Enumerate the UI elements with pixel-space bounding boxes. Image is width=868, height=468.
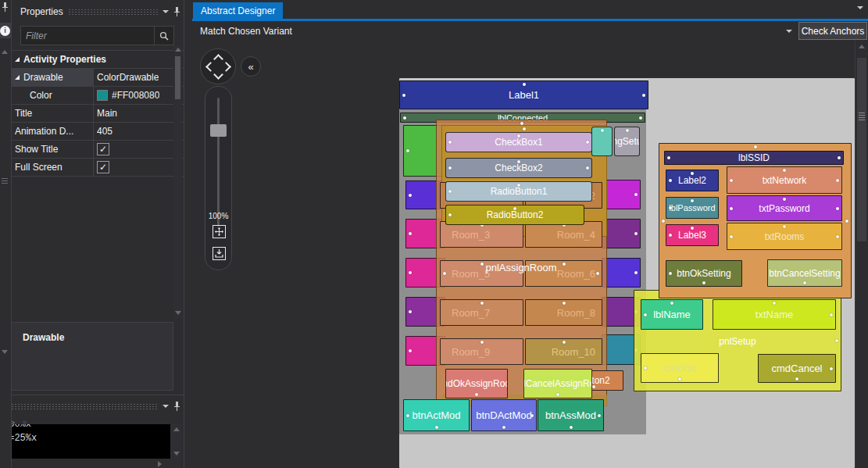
property-label: Full Screen (15, 162, 63, 173)
property-row-full-screen[interactable]: Full Screen✓ (11, 159, 184, 177)
output-titlebar[interactable] (0, 398, 184, 415)
pan-up-icon[interactable] (213, 54, 223, 64)
property-value[interactable]: 405 (97, 126, 113, 137)
property-value[interactable]: ColorDrawable (97, 72, 159, 83)
checkbox[interactable]: ✓ (97, 161, 109, 173)
property-description-panel: Drawable (11, 322, 173, 391)
tab-label: Abstract Designer (201, 5, 275, 16)
scroll-down-icon[interactable] (175, 311, 181, 315)
designer-canvas[interactable] (192, 41, 855, 468)
property-label: Animation D... (15, 126, 73, 137)
zoom-slider-track[interactable] (217, 98, 220, 227)
pin-icon[interactable] (173, 7, 180, 16)
property-row-drawable[interactable]: DrawableColorDrawable (11, 69, 184, 87)
output-panel: ▷ = =50%x r=25%x (0, 395, 184, 468)
property-row-show-title[interactable]: Show Title✓ (11, 141, 184, 159)
property-label: Drawable (23, 72, 63, 83)
toolbar-separator (192, 41, 855, 42)
check-anchors-label: Check Anchors (802, 26, 865, 37)
designer-toolbar: Match Chosen Variant Check Anchors (192, 21, 868, 41)
color-swatch[interactable] (97, 90, 108, 101)
chevron-down-icon (786, 30, 792, 33)
scroll-up-icon[interactable] (175, 48, 181, 52)
scroll-down-icon[interactable] (2, 350, 8, 354)
collapse-tools-button[interactable]: « (241, 56, 261, 77)
property-value[interactable]: #FF008080 (112, 90, 159, 101)
left-scrollbar-grip[interactable] (2, 178, 8, 179)
filter-input[interactable] (21, 27, 154, 45)
console-line: =50%x (3, 424, 170, 430)
zoom-slider-handle[interactable] (210, 124, 227, 137)
scroll-up-icon[interactable] (173, 427, 180, 431)
zoom-value: 100% (205, 212, 231, 220)
property-label: Activity Properties (23, 54, 106, 65)
info-icon: i (0, 26, 10, 36)
pin-icon[interactable] (173, 402, 180, 411)
property-row-title[interactable]: TitleMain (11, 105, 184, 123)
variant-combobox-value: Match Chosen Variant (200, 26, 292, 37)
scrollbar-thumb[interactable] (175, 56, 180, 99)
expander-icon[interactable] (15, 57, 20, 62)
property-description-title: Drawable (23, 332, 173, 343)
chevron-down-icon[interactable] (163, 405, 169, 408)
export-image-button[interactable] (213, 247, 226, 260)
pan-right-icon[interactable] (221, 62, 231, 72)
zoom-control: 100% (205, 86, 232, 270)
canvas-vertical-scrollbar[interactable] (855, 41, 868, 468)
properties-titlebar[interactable]: Properties (11, 3, 184, 20)
console-scrollbar[interactable] (170, 424, 182, 459)
property-label: Show Title (15, 144, 58, 155)
property-row-activity-properties[interactable]: Activity Properties (11, 51, 184, 69)
properties-title: Properties (20, 6, 63, 17)
pan-down-icon[interactable] (213, 70, 223, 80)
scrollbar-thumb[interactable] (857, 58, 866, 241)
expander-icon[interactable] (15, 75, 20, 80)
property-label: Title (15, 108, 32, 119)
filter-box (20, 26, 174, 45)
pan-left-icon[interactable] (205, 62, 216, 72)
info-tool-button[interactable]: i (0, 23, 11, 38)
property-row-animation-d[interactable]: Animation D...405 (11, 123, 184, 141)
titlebar-dots (68, 9, 158, 16)
double-chevron-left-icon: « (248, 61, 253, 73)
output-console[interactable]: =50%x r=25%x (0, 424, 170, 459)
property-value[interactable]: Main (97, 108, 117, 119)
variant-combobox[interactable]: Match Chosen Variant (192, 22, 798, 40)
properties-grid: Activity PropertiesDrawableColorDrawable… (11, 50, 184, 177)
chevron-down-icon[interactable] (163, 10, 169, 13)
search-icon (159, 31, 169, 41)
property-row-color[interactable]: Color#FF008080 (11, 87, 184, 105)
properties-scrollbar[interactable] (173, 45, 182, 319)
pan-control[interactable] (200, 48, 236, 84)
scroll-up-icon[interactable] (2, 50, 8, 54)
search-button[interactable] (154, 27, 173, 45)
document-tab-bar: Abstract Designer (192, 0, 868, 19)
titlebar-dots (5, 403, 158, 410)
scroll-down-icon[interactable] (173, 452, 180, 455)
export-icon (215, 249, 223, 258)
fit-icon (215, 227, 223, 236)
scroll-right-icon[interactable] (158, 461, 162, 467)
fit-to-screen-button[interactable] (213, 225, 226, 238)
tab-overflow-chevron-icon[interactable] (857, 6, 863, 9)
console-line: r=25%x (3, 433, 170, 444)
dock-splitter[interactable] (184, 0, 193, 468)
left-dock-strip (0, 0, 12, 468)
checkbox[interactable]: ✓ (97, 143, 109, 155)
tab-abstract-designer[interactable]: Abstract Designer (193, 2, 283, 19)
property-label: Color (30, 90, 52, 101)
pin-icon[interactable] (2, 2, 9, 14)
scroll-up-icon[interactable] (859, 45, 865, 48)
check-anchors-button[interactable]: Check Anchors (798, 22, 867, 40)
